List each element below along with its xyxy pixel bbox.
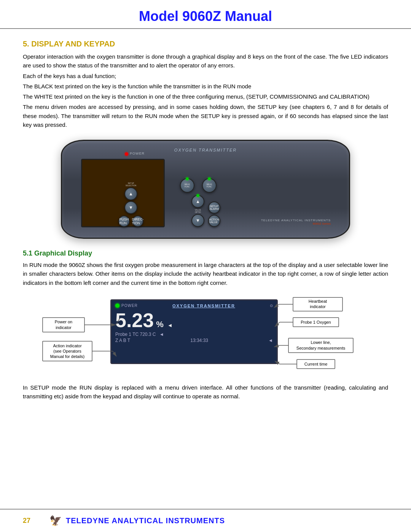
screen-value-number: 5.23	[115, 310, 154, 330]
diagram-screen: POWER OXYGEN TRANSMITTER ⊙ 5.23 % ◄ Prob…	[110, 299, 278, 364]
screen-power-label: POWER	[121, 304, 138, 308]
footer-logo: 🦅 TELEDYNE ANALYTICAL INSTRUMENTS	[49, 515, 225, 527]
screen-power-dot	[115, 304, 119, 308]
setup-btn-group: SETUPALARM ACTIONVALUE	[208, 201, 220, 227]
device-image: OXYGEN TRANSMITTER POWER MEASFUNC	[61, 140, 350, 239]
left-arrow-group: SETUPSELECTION ▲ ▼ PUSHRUN DIREC-TION	[118, 182, 143, 227]
right-arrow-group-1: ▲ VALUEOPTIO ▼	[191, 195, 204, 227]
svg-text:Probe 1 Oxygen: Probe 1 Oxygen	[301, 320, 331, 324]
screen-lower-line: Probe 1 TC 720.3 C ◄	[115, 332, 273, 337]
top-btn-pair: MEASFUNC MEASFUNC	[180, 178, 217, 193]
svg-rect-14	[43, 341, 92, 361]
power-label-device: POWER	[130, 152, 145, 155]
screen-lower-text: Probe 1 TC 720.3 C	[115, 332, 156, 337]
screen-percent: %	[156, 320, 164, 329]
screen-bottom-row: Z A B T 13:34:33 ◄	[115, 338, 273, 343]
screen-time-arrow: ◄	[268, 338, 273, 343]
page-header: Model 9060Z Manual	[0, 0, 411, 29]
svg-text:indicator: indicator	[310, 304, 326, 309]
btn-dot-2	[208, 177, 211, 180]
screen-time: 13:34:33	[190, 338, 208, 343]
screen-heart: ◄	[167, 323, 173, 328]
section-5: 5. DISPLAY AND KEYPAD Operator interacti…	[23, 40, 388, 129]
display-diagram-container: POWER OXYGEN TRANSMITTER ⊙ 5.23 % ◄ Prob…	[23, 296, 388, 375]
section-51-para1: In RUN mode the 9060Z shows the first ox…	[23, 260, 388, 287]
bottom-left-buttons: SETUPSELECTION ▲ ▼ PUSHRUN DIREC-TION	[118, 182, 143, 227]
svg-rect-10	[293, 318, 339, 327]
svg-text:Manual for details): Manual for details)	[50, 354, 85, 359]
action-btn[interactable]: ACTIONVALUE	[208, 215, 220, 227]
device-image-container: OXYGEN TRANSMITTER POWER MEASFUNC	[23, 140, 388, 239]
page-number: 27	[23, 517, 38, 525]
arrow-down-btn-r[interactable]: ▼	[191, 214, 204, 227]
screen-heartbeat: ⊙	[270, 304, 273, 308]
screen-big-value: 5.23 % ◄	[115, 310, 273, 330]
svg-rect-25	[297, 359, 335, 369]
page-footer: 27 🦅 TELEDYNE ANALYTICAL INSTRUMENTS	[0, 509, 411, 532]
arrow-down-btn[interactable]: ▼	[124, 201, 137, 214]
screen-power-section: POWER	[115, 304, 138, 308]
screen-header-row: POWER OXYGEN TRANSMITTER ⊙	[115, 304, 273, 308]
setup-btn[interactable]: SETUPALARM	[208, 201, 220, 214]
arrow-up-btn-r[interactable]: ▲	[191, 195, 204, 208]
power-led-dot	[125, 152, 128, 156]
device-top-label: OXYGEN TRANSMITTER	[174, 148, 237, 152]
screen-title: OXYGEN TRANSMITTER	[172, 304, 235, 308]
section-5-title: 5. DISPLAY AND KEYPAD	[23, 40, 388, 48]
svg-text:Current time: Current time	[304, 362, 328, 366]
section-51-para2: In SETUP mode the RUN display is replace…	[23, 383, 388, 401]
svg-rect-0	[43, 318, 84, 332]
svg-text:Lower line,: Lower line,	[311, 340, 331, 345]
round-btn-2[interactable]: MEASFUNC	[202, 178, 217, 193]
svg-text:Action indicator: Action indicator	[53, 343, 82, 348]
arrow-up-btn[interactable]: ▲	[124, 187, 137, 200]
push-btn[interactable]: PUSHRUN	[118, 216, 130, 227]
para-2: Each of the keys has a dual function;	[23, 72, 388, 80]
screen-zabt: Z A B T	[115, 338, 130, 343]
direction-btn[interactable]: DIREC-TION	[132, 216, 143, 227]
svg-text:indicator: indicator	[56, 325, 72, 330]
teledyne-model: 9060Z Series	[261, 222, 331, 225]
section-51-title: 5.1 Graphical Display	[23, 249, 388, 257]
para-4: The WHITE text printed on the key is the…	[23, 92, 388, 101]
main-content: 5. DISPLAY AND KEYPAD Operator interacti…	[0, 29, 411, 509]
svg-text:Heartbeat: Heartbeat	[309, 299, 327, 304]
teledyne-bird-icon: 🦅	[49, 515, 62, 527]
teledyne-text: TELEDYNE ANALYTICAL INSTRUMENTS	[261, 219, 331, 222]
screen-lower-arrow: ◄	[159, 332, 164, 337]
arrow-dot-r	[197, 194, 199, 197]
page: Model 9060Z Manual 5. DISPLAY AND KEYPAD…	[0, 0, 411, 532]
para-3: The BLACK text printed on the key is the…	[23, 82, 388, 91]
bottom-right-buttons: ▲ VALUEOPTIO ▼ SETUPALARM ACTIONVALUE	[191, 195, 220, 227]
svg-text:(see Operators: (see Operators	[53, 349, 81, 353]
footer-logo-text: TELEDYNE ANALYTICAL INSTRUMENTS	[66, 516, 225, 525]
svg-text:Power on: Power on	[55, 320, 72, 324]
para-1: Operator interaction with the oxygen tra…	[23, 52, 388, 70]
svg-text:Secondary measurements: Secondary measurements	[296, 346, 346, 350]
para-5: The menu driven modes are accessed by pr…	[23, 102, 388, 129]
round-btn-1[interactable]: MEASFUNC	[180, 178, 194, 193]
section-5-body: Operator interaction with the oxygen tra…	[23, 52, 388, 129]
btn-dot-1	[186, 177, 189, 180]
page-title: Model 9060Z Manual	[0, 8, 411, 24]
right-buttons: MEASFUNC MEASFUNC	[180, 178, 217, 193]
svg-rect-5	[293, 297, 342, 311]
display-diagram: POWER OXYGEN TRANSMITTER ⊙ 5.23 % ◄ Prob…	[42, 296, 369, 375]
section-51: 5.1 Graphical Display In RUN mode the 90…	[23, 249, 388, 287]
device-teledyne-logo: TELEDYNE ANALYTICAL INSTRUMENTS 9060Z Se…	[261, 219, 331, 225]
svg-rect-20	[288, 338, 353, 353]
